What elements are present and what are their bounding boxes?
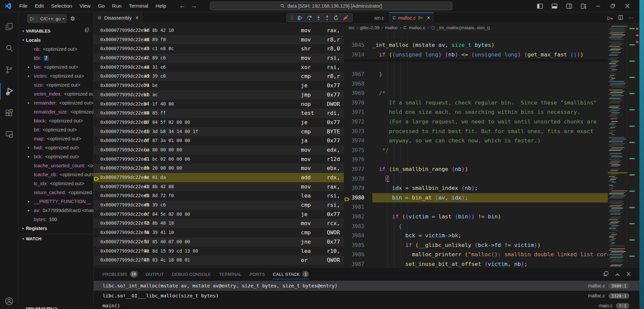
continue-icon[interactable]	[297, 15, 303, 21]
variable-row[interactable]: ▸fwd:<optimized out>	[19, 143, 93, 152]
run-or-debug-icon[interactable]: ▷▾	[607, 15, 613, 21]
variable-row[interactable]: size:<optimized out>	[19, 80, 93, 89]
variable-row[interactable]: tcache_nb:<optimized out>	[19, 170, 93, 179]
disasm-row[interactable]: 0x000077999dc22eb074 beje0x77	[94, 81, 344, 90]
code-line[interactable]: 3986 malloc_printerr ("malloc(): smallbi…	[344, 250, 608, 260]
code-line[interactable]: 3987 set_inuse_bit_at_offset (victim, nb…	[344, 260, 608, 267]
accounts-icon[interactable]	[0, 293, 18, 309]
breadcrumb-item[interactable]: malloc.c	[409, 25, 425, 30]
code-lines[interactable]: 3967 }39683969 /*3970 If a small request…	[344, 70, 608, 267]
close-tab-icon[interactable]: ✕	[426, 15, 430, 20]
menu-item-run[interactable]: Run	[108, 2, 125, 10]
breadcrumb-symbol[interactable]: _int_malloc(mstate, size_t)	[437, 25, 490, 30]
variable-row[interactable]: ▸remainder:<optimized out>	[19, 98, 93, 107]
toolbar-drag-handle[interactable]	[291, 16, 293, 20]
variable-row[interactable]: tc_idx:<optimized out>	[19, 179, 93, 188]
close-panel-icon[interactable]	[626, 271, 631, 277]
restart-icon[interactable]	[333, 15, 339, 21]
more-actions-icon[interactable]: ⋯	[628, 15, 633, 21]
tab-disassembly[interactable]: Disassembly ✕	[94, 12, 142, 23]
disasm-row[interactable]: 0x000077999dc22ee148 8b 42 08movrax,	[94, 182, 344, 192]
step-over-icon[interactable]	[307, 15, 312, 21]
code-line[interactable]: 3968	[344, 79, 608, 89]
variable-row[interactable]: block:<optimized out>	[19, 116, 93, 125]
disasm-row[interactable]: 0x000077999dc22eaa48 31 c6xorrsi,	[94, 63, 344, 72]
breadcrumb-item[interactable]: glibc-2.39	[360, 25, 380, 30]
breadcrumb[interactable]: src›glibc-2.39›malloc›Cmalloc.c›⬡_int_ma…	[344, 23, 639, 32]
disasm-row[interactable]: 0x000077999dc22ead49 39 c0cmpr8,r	[94, 72, 344, 81]
breadcrumb-item[interactable]: malloc	[385, 25, 398, 30]
source-editor[interactable]: src›glibc-2.39›malloc›Cmalloc.c›⬡_int_ma…	[344, 23, 639, 267]
code-line[interactable]: 3980 bin = bin_at (av, idx);	[344, 193, 608, 203]
code-line[interactable]: 3983 {	[344, 222, 608, 231]
disconnect-icon[interactable]	[343, 15, 348, 21]
extensions-icon[interactable]	[0, 105, 18, 121]
code-line[interactable]: 3972 (For a large request, we need to wa…	[344, 117, 608, 127]
command-center-search[interactable]: data [SSH: 192.168.136.129] [Administrat…	[210, 2, 452, 10]
start-debug-icon[interactable]: ▷	[28, 16, 38, 22]
restore-icon[interactable]	[605, 0, 620, 12]
code-line[interactable]: 3978 {	[344, 174, 608, 184]
variable-row[interactable]: ▸av:0x77999dd5fcac0 <main_arena>	[19, 206, 93, 215]
split-editor-icon[interactable]	[618, 15, 623, 21]
source-control-icon[interactable]	[0, 61, 18, 78]
variable-row[interactable]: ▸__PRETTY_FUNCTION__	[19, 197, 93, 206]
close-window-icon[interactable]	[620, 0, 635, 12]
disasm-row[interactable]: 0x000077999dc22ea04d 89 f8movr8,r	[94, 35, 344, 44]
panel-tab-ports[interactable]: PORTS	[247, 268, 267, 281]
disasm-row[interactable]: 0x000077999dc22ebb0f 84 5f 02 00 00je0x7…	[94, 118, 344, 127]
disasm-row[interactable]: 0x000077999dc22ee548 8d 72 f0learsi,	[94, 191, 344, 200]
disasm-row[interactable]: 0x000077999dc22eb2eb acjmp0x77	[94, 90, 344, 100]
code-line[interactable]: 3969 /*	[344, 89, 608, 98]
menu-item-help[interactable]: Help	[152, 2, 170, 10]
breakpoints-section-header[interactable]: BREAKPOINTS	[19, 307, 93, 309]
disasm-row[interactable]: 0x000077999dc22f0748 83 4c 18 08 01orQWO…	[94, 256, 344, 265]
close-tab-icon[interactable]: ✕	[135, 15, 139, 20]
disassembly-editor[interactable]: 0x000077999dc22e9c48 8b 42 10movrax,0x00…	[94, 23, 344, 267]
call-stack-row[interactable]: libc.so!_int_malloc(mstate av, mstate av…	[94, 281, 639, 291]
run-config-dropdown[interactable]: ▷ C/C++: go ▾	[27, 14, 67, 23]
variable-row[interactable]: ▸victim:<optimized out>	[19, 71, 93, 80]
call-stack-row[interactable]: libc.so!__GI___libc_malloc(size_t bytes)…	[94, 291, 639, 301]
minimize-icon[interactable]	[591, 0, 605, 12]
disasm-row[interactable]: 0x000077999dc22ea74c 89 c6movrsi,	[94, 53, 344, 63]
code-line[interactable]: 3973 processed to find best fit. But for…	[344, 127, 608, 136]
toggle-secondary-sidebar-icon[interactable]	[562, 0, 576, 12]
menu-item-edit[interactable]: Edit	[31, 2, 47, 10]
code-line[interactable]: 3976	[344, 155, 608, 165]
panel-tab-output[interactable]: OUTPUT	[143, 268, 167, 281]
registers-scope-row[interactable]: ▸ Registers	[19, 224, 93, 233]
disasm-row[interactable]: 0x000077999dc22eb40f 1f 40 00nopDWOR	[94, 100, 344, 109]
disasm-row[interactable]: 0x000077999dc22f004c 8d 15 99 cd 13 00le…	[94, 247, 344, 256]
debug-settings-gear-icon[interactable]: ⚙	[70, 15, 75, 22]
disasm-row[interactable]: 0x000077999dc22ec180 3d b8 34 14 00 1fcm…	[94, 127, 344, 136]
step-into-icon[interactable]	[316, 15, 321, 21]
variable-row[interactable]: map:<optimized out>	[19, 134, 93, 143]
code-line[interactable]: 3981	[344, 202, 608, 212]
variable-row[interactable]: tcache_unsorted_count:<optimized out>	[19, 161, 93, 170]
disasm-row[interactable]: 0x000077999dc22eceba 80 00 00 00movedx,	[94, 145, 344, 155]
variables-section-header[interactable]: ▾ VARIABLES	[19, 26, 93, 36]
variable-row[interactable]: remainder_size:<optimized out>	[19, 107, 93, 116]
disasm-row[interactable]: 0x000077999dc22eec0f 84 5e 02 00 00je0x7…	[94, 210, 344, 219]
disasm-row[interactable]: 0x000077999dc22ede4c 01 daaddrdx,	[94, 173, 344, 182]
code-line[interactable]: 3977 if (in_smallbin_range (nb))	[344, 165, 608, 174]
variable-row[interactable]: idx:7	[19, 53, 93, 62]
code-line[interactable]: 3982 if ((victim = last (bin)) != bin)	[344, 212, 608, 222]
disasm-row[interactable]: 0x000077999dc22ee948 39 c6cmprsi,	[94, 200, 344, 210]
run-debug-icon[interactable]	[0, 83, 18, 100]
disasm-row[interactable]: 0x000077999dc22e9c48 8b 42 10movrax,	[94, 26, 344, 35]
nav-forward-icon[interactable]: →	[191, 2, 197, 10]
panel-tab-problems[interactable]: PROBLEMS16	[100, 268, 140, 281]
remote-explorer-icon[interactable]	[0, 126, 18, 143]
collapse-all-icon[interactable]	[85, 28, 89, 33]
variable-row[interactable]: return_cached:<optimized out>	[19, 188, 93, 197]
code-line[interactable]: 3971 hold one size each, no searching wi…	[344, 108, 608, 117]
panel-tab-call-stack[interactable]: CALL STACK1	[270, 268, 312, 281]
sticky-scroll-header[interactable]: 3845_int_malloc (mstate av, size_t bytes…	[344, 40, 608, 59]
variable-row[interactable]: ▸bin:<optimized out>	[19, 62, 93, 71]
explorer-icon[interactable]	[0, 18, 18, 35]
menu-item-terminal[interactable]: Terminal	[125, 2, 152, 10]
menu-item-selection[interactable]: Selection	[47, 2, 76, 10]
disasm-row[interactable]: 0x000077999dc22ea349 c1 e8 0cshrr8,0	[94, 44, 344, 53]
